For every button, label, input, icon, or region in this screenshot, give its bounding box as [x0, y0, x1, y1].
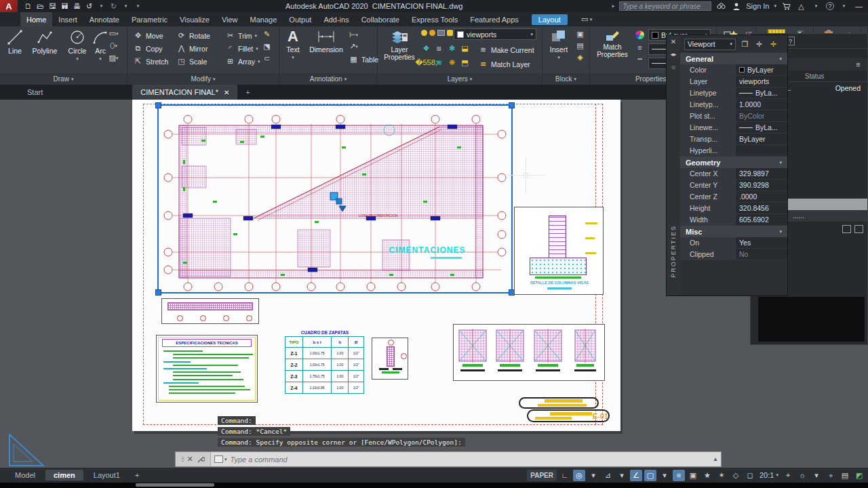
tab-manage[interactable]: Manage [244, 12, 283, 26]
prop-row-plot-style[interactable]: Plot st... ByColor [680, 110, 787, 122]
command-input[interactable] [231, 455, 711, 464]
save-as-icon[interactable]: 🖬 [60, 1, 70, 11]
xref-col-status[interactable]: Status [805, 73, 824, 80]
prop-row-on[interactable]: On Yes [680, 237, 787, 249]
autocad-logo-icon[interactable]: A [0, 0, 18, 12]
text-button[interactable]: A Text▾ [281, 29, 305, 60]
viewport-grip-tr[interactable] [509, 102, 515, 108]
search-input[interactable] [619, 1, 711, 11]
rectangle-tool-icon[interactable]: ▭ ▾ [108, 29, 119, 38]
workspace-switching-icon[interactable]: ⌖ [782, 470, 794, 481]
file-tab-start[interactable]: Start [19, 85, 51, 100]
tab-home[interactable]: Home [20, 12, 52, 26]
prop-row-center-x[interactable]: Center X 329.9897 [680, 168, 787, 180]
undo-dropdown-icon[interactable]: ▾ [96, 1, 106, 11]
prop-row-linetype[interactable]: Linetype ByLa... [680, 87, 787, 99]
polyline-button[interactable]: Polyline [27, 29, 62, 55]
prop-row-clipped[interactable]: Clipped No [680, 249, 787, 260]
fillet-button[interactable]: ◜Fillet▾ [225, 43, 267, 54]
layout-tab-layout1[interactable]: Layout1 [85, 470, 128, 481]
window-minimize-icon[interactable]: — [854, 1, 864, 11]
layout-tab-model[interactable]: Model [7, 470, 43, 481]
layer-unlock-icon[interactable] [447, 30, 453, 36]
trim-button[interactable]: ✂Trim▾ [225, 30, 267, 41]
layout-viewport[interactable]: LOSA DE CIMENTACION [157, 104, 513, 293]
layer-properties-button[interactable]: Layer Properties [380, 28, 418, 61]
autodesk-connect-icon[interactable]: △ [796, 1, 806, 11]
layer-lock-icon[interactable]: ⬓ [460, 44, 470, 53]
layer-off-icon[interactable]: �558; [421, 58, 431, 67]
panel-label-layers[interactable]: Layers▾ [378, 73, 542, 85]
undo-icon[interactable]: ↺ [84, 1, 94, 11]
prop-row-center-z[interactable]: Center Z .0000 [680, 191, 787, 203]
array-button[interactable]: ⊞Array▾ [225, 56, 267, 67]
block-attributes-icon[interactable]: ◈ [575, 53, 585, 62]
layer-vpfreeze-icon[interactable]: ❋ [447, 58, 457, 67]
open-folder-icon[interactable]: 🗁 [35, 1, 45, 11]
layer-freeze-vp-icon[interactable] [437, 30, 445, 36]
xref-list-view-icon[interactable]: ≡ [853, 60, 863, 69]
lineweight-icon[interactable]: ≡ [635, 43, 645, 52]
tab-visualize[interactable]: Visualize [174, 12, 216, 26]
customize-wrench-icon[interactable] [197, 455, 205, 464]
prop-row-lineweight[interactable]: Linewe... ByLa... [680, 122, 787, 134]
move-button[interactable]: ✥Move [133, 30, 176, 41]
dock-icon-2[interactable] [854, 225, 863, 233]
layout-tab-cimen[interactable]: cimen [45, 470, 83, 481]
scale-button[interactable]: ◳Scale [176, 56, 225, 67]
command-line-dock[interactable]: ⁞⁞ ✕ ▾ ▲ [175, 451, 722, 467]
prop-row-linetype-scale[interactable]: Linetyp... 1.0000 [680, 99, 787, 110]
close-command-icon[interactable]: ✕ [186, 455, 193, 464]
osnap-dropdown-icon[interactable]: ▾ [658, 470, 671, 481]
object-type-selector[interactable]: Viewport▾ [684, 39, 736, 50]
match-layer-button[interactable]: ≌Match Layer [478, 58, 530, 70]
prop-row-transparency[interactable]: Transp... ByLayer [680, 134, 787, 145]
customization-dropdown-icon[interactable]: ▾ [810, 470, 823, 481]
tab-parametric[interactable]: Parametric [125, 12, 174, 26]
panel-label-block[interactable]: Block▾ [542, 73, 589, 85]
copy-button[interactable]: ⧉Copy [133, 43, 176, 54]
new-layout-button[interactable]: + [130, 470, 144, 481]
layer-on-icon[interactable] [421, 30, 427, 36]
save-icon[interactable]: 🖫 [47, 1, 58, 11]
tab-express-tools[interactable]: Express Tools [406, 12, 464, 26]
lock-ui-icon[interactable]: ◇ [730, 470, 742, 481]
tab-collaborate[interactable]: Collaborate [355, 12, 406, 26]
section-geometry[interactable]: Geometry▾ [680, 157, 787, 168]
toggle-pickadd-icon[interactable]: ❐ [740, 40, 750, 49]
customize-qat-icon[interactable]: ▾ [133, 1, 143, 11]
palette-settings-gear-icon[interactable]: ☼ [670, 63, 676, 70]
screencast-icon[interactable]: ▭ [580, 15, 590, 24]
select-objects-icon[interactable]: ✛ [754, 40, 764, 49]
isolate-objects-icon[interactable]: ◻ [744, 470, 756, 481]
prop-row-height[interactable]: Height 320.8456 [680, 203, 787, 214]
ribbon-collapse-icon[interactable]: ▾ [590, 17, 593, 22]
viewport-grip-tl[interactable] [155, 102, 161, 108]
plot-icon[interactable]: 🖶 [72, 1, 82, 11]
line-button[interactable]: Line [1, 29, 28, 55]
new-file-icon[interactable]: 🗋 [23, 1, 33, 11]
connect-dropdown-icon[interactable]: ▾ [811, 1, 821, 11]
tray-display-icon[interactable]: ▤ [839, 470, 851, 481]
close-palette-icon[interactable]: ✕ [671, 38, 676, 45]
recent-commands-icon[interactable]: ▾ [214, 455, 227, 463]
quick-select-funnel-icon[interactable]: ✛ [768, 40, 778, 49]
layer-thaw-icon[interactable] [429, 30, 435, 36]
offset-icon[interactable]: ⊂ [262, 54, 272, 63]
table-button[interactable]: ▦Table [349, 54, 378, 65]
command-scroll-up-icon[interactable]: ▲ [710, 456, 721, 462]
redo-icon[interactable]: ↻ [108, 1, 119, 11]
redo-dropdown-icon[interactable]: ▾ [121, 1, 131, 11]
tab-addins[interactable]: Add-ins [317, 12, 355, 26]
search-binoculars-icon[interactable] [716, 1, 726, 11]
sign-in-button[interactable]: Sign In [746, 2, 769, 10]
object-snap-icon[interactable]: ▢ [644, 470, 656, 481]
panel-label-modify[interactable]: Modify▾ [127, 73, 279, 85]
snap-mode-icon[interactable]: ◎ [573, 470, 585, 481]
clean-screen-icon[interactable]: ◩ [853, 470, 865, 481]
help-dropdown-icon[interactable]: ▾ [839, 1, 849, 11]
dock-icon-1[interactable] [842, 225, 851, 233]
layer-freeze-icon[interactable]: ✻ [447, 44, 457, 53]
annotation-visibility-icon[interactable]: ★ [701, 470, 713, 481]
autohide-icon[interactable]: ◂▸ [670, 51, 676, 58]
